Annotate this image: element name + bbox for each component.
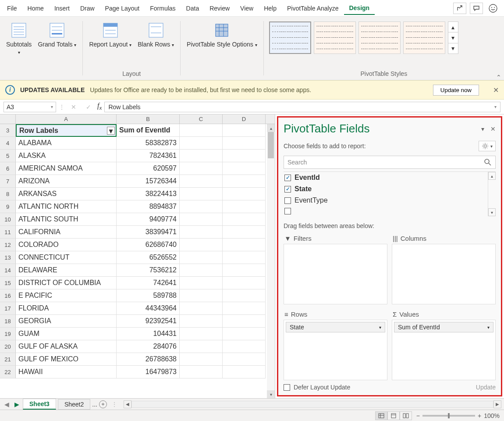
formula-input[interactable]: Row Labels ▾ <box>104 102 500 112</box>
cell[interactable]: 589788 <box>117 289 180 302</box>
field-eventtype[interactable]: EventType <box>284 195 488 206</box>
fields-scroll-up-icon[interactable]: ▴ <box>488 172 496 180</box>
gallery-up-icon[interactable]: ▴ <box>448 22 458 32</box>
field-more[interactable] <box>284 206 488 216</box>
cell[interactable] <box>223 226 266 239</box>
cell-c3[interactable] <box>180 124 223 137</box>
cell[interactable]: 104431 <box>117 328 180 340</box>
row-header[interactable]: 14 <box>0 264 16 277</box>
style-thumb-2[interactable] <box>314 21 356 54</box>
cell-b3[interactable]: Sum of EventId <box>117 124 180 137</box>
row-header[interactable]: 11 <box>0 226 16 239</box>
filter-dropdown-icon[interactable]: ▾ <box>107 127 115 135</box>
view-page-layout-button[interactable] <box>387 411 400 420</box>
cell-a3[interactable]: Row Labels ▾ <box>16 124 117 137</box>
row-header[interactable]: 3 <box>0 124 16 137</box>
style-thumb-4[interactable] <box>403 21 445 54</box>
cancel-formula-icon[interactable]: ✕ <box>67 103 80 111</box>
update-now-button[interactable]: Update now <box>433 85 479 96</box>
style-gallery-scroll[interactable]: ▴ ▾ ▾ <box>448 21 458 54</box>
hscroll-right-icon[interactable]: ▶ <box>493 400 501 408</box>
tab-review[interactable]: Review <box>204 2 235 14</box>
columns-dropzone[interactable] <box>392 244 496 304</box>
cell[interactable]: 7824361 <box>117 150 180 162</box>
col-header-a[interactable]: A <box>16 114 117 124</box>
cell[interactable]: 6526552 <box>117 251 180 264</box>
zoom-value[interactable]: 100% <box>484 412 500 419</box>
cell[interactable] <box>223 188 266 200</box>
checkbox-icon[interactable] <box>284 208 291 214</box>
cell[interactable] <box>223 251 266 264</box>
row-header[interactable]: 15 <box>0 277 16 289</box>
cell[interactable] <box>223 150 266 162</box>
account-icon[interactable] <box>486 3 500 14</box>
cell[interactable]: GULF OF ALASKA <box>16 340 117 353</box>
cell[interactable]: 62686740 <box>117 239 180 251</box>
view-normal-button[interactable] <box>375 411 387 420</box>
row-header[interactable]: 17 <box>0 302 16 315</box>
cell[interactable] <box>180 137 223 150</box>
cell[interactable]: GULF OF MEXICO <box>16 353 117 366</box>
cell[interactable] <box>223 162 266 175</box>
row-header[interactable]: 7 <box>0 175 16 188</box>
gallery-down-icon[interactable]: ▾ <box>448 32 458 43</box>
cell[interactable]: AMERICAN SAMOA <box>16 162 117 175</box>
cell[interactable] <box>180 366 223 378</box>
cell[interactable]: E PACIFIC <box>16 289 117 302</box>
cell[interactable] <box>223 353 266 366</box>
tab-design[interactable]: Design <box>344 2 375 15</box>
cell[interactable] <box>223 315 266 328</box>
cell[interactable] <box>180 328 223 340</box>
tab-home[interactable]: Home <box>22 2 49 14</box>
checkbox-checked-icon[interactable]: ✓ <box>284 175 291 181</box>
cell[interactable] <box>223 137 266 150</box>
row-header[interactable]: 16 <box>0 289 16 302</box>
cell[interactable] <box>223 302 266 315</box>
cell[interactable]: GEORGIA <box>16 315 117 328</box>
fields-scroll-down-icon[interactable]: ▾ <box>488 208 496 216</box>
scroll-down-icon[interactable]: ▾ <box>267 390 275 398</box>
cell[interactable]: COLORADO <box>16 239 117 251</box>
cell[interactable] <box>180 200 223 213</box>
cell[interactable] <box>180 213 223 226</box>
cell[interactable] <box>180 340 223 353</box>
report-layout-button[interactable]: Report Layout ▾ <box>86 19 134 50</box>
tab-draw[interactable]: Draw <box>75 2 100 14</box>
cell[interactable] <box>180 239 223 251</box>
cell[interactable]: 38224413 <box>117 188 180 200</box>
cell-d3[interactable] <box>223 124 266 137</box>
sheet-nav-next[interactable]: ▶ <box>13 401 21 408</box>
row-header[interactable]: 20 <box>0 340 16 353</box>
gallery-more-icon[interactable]: ▾ <box>448 43 458 54</box>
cell[interactable]: ALABAMA <box>16 137 117 150</box>
values-chip-sum[interactable]: Sum of EventId ▾ <box>394 322 493 332</box>
row-header[interactable]: 9 <box>0 200 16 213</box>
ribbon-collapse-icon[interactable]: ⌃ <box>496 74 501 81</box>
view-page-break-button[interactable] <box>400 411 412 420</box>
cell[interactable]: 92392541 <box>117 315 180 328</box>
cell[interactable]: GUAM <box>16 328 117 340</box>
cell[interactable] <box>223 289 266 302</box>
cell[interactable] <box>223 366 266 378</box>
tab-pivottable-analyze[interactable]: PivotTable Analyze <box>282 2 344 14</box>
sheet-tab-sheet2[interactable]: Sheet2 <box>58 399 90 410</box>
cell[interactable]: 9409774 <box>117 213 180 226</box>
close-icon[interactable]: ✕ <box>493 86 499 94</box>
cell[interactable]: 7536212 <box>117 264 180 277</box>
cell[interactable]: ARKANSAS <box>16 188 117 200</box>
name-box[interactable]: A3 ▾ <box>4 102 56 112</box>
cell[interactable]: 44343964 <box>117 302 180 315</box>
cell[interactable]: DISTRICT OF COLUMBIA <box>16 277 117 289</box>
cell[interactable] <box>223 340 266 353</box>
cell[interactable]: ATLANTIC NORTH <box>16 200 117 213</box>
field-eventid[interactable]: ✓ EventId <box>284 172 488 183</box>
style-thumb-1[interactable] <box>269 21 311 54</box>
select-all-corner[interactable] <box>0 114 16 124</box>
row-header[interactable]: 12 <box>0 239 16 251</box>
sheet-nav-prev[interactable]: ◀ <box>3 401 11 408</box>
zoom-out-button[interactable]: − <box>416 412 420 419</box>
cell[interactable] <box>180 353 223 366</box>
cell[interactable] <box>223 277 266 289</box>
formula-expand-icon[interactable]: ▾ <box>494 104 497 109</box>
cell[interactable]: 38399471 <box>117 226 180 239</box>
